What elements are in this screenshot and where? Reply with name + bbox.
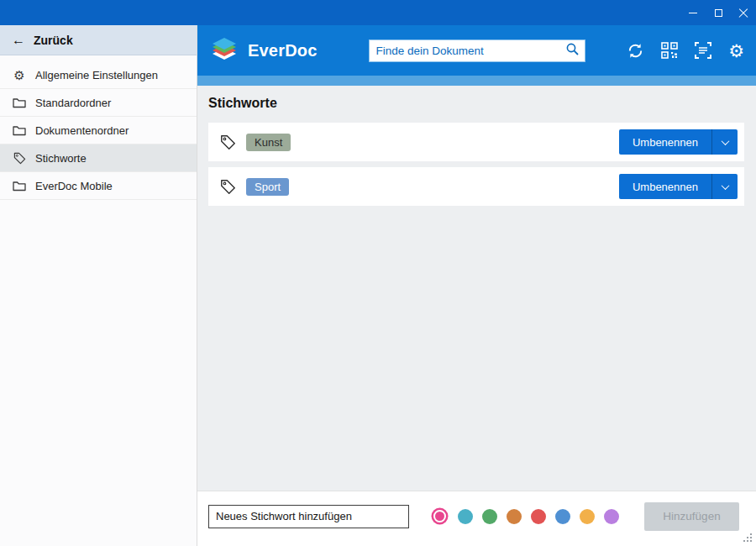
tag-row-sport: Sport Umbenennen [208, 167, 744, 206]
minimize-icon [689, 13, 697, 13]
page-title: Stichworte [208, 96, 744, 111]
back-arrow-icon: ← [12, 33, 25, 48]
color-swatch-teal[interactable] [458, 509, 473, 524]
color-swatch-blue[interactable] [555, 509, 570, 524]
maximize-button[interactable] [706, 0, 731, 25]
color-swatch-amber[interactable] [580, 509, 595, 524]
brand: EverDoc [209, 36, 369, 65]
scan-icon[interactable] [694, 41, 712, 60]
back-label: Zurück [34, 34, 73, 47]
sidebar-item-dokumentenordner[interactable]: Dokumentenordner [0, 117, 197, 144]
sidebar-item-everdoc-mobile[interactable]: EverDoc Mobile [0, 172, 197, 200]
sidebar-item-stichworte[interactable]: Stichworte [0, 144, 197, 172]
header-accent-strip [197, 76, 756, 86]
rename-dropdown-toggle[interactable] [712, 129, 738, 155]
rename-dropdown-toggle[interactable] [712, 174, 738, 199]
search-icon[interactable] [565, 42, 580, 60]
rename-button-label: Umbenennen [619, 136, 711, 149]
tag-icon [220, 134, 236, 150]
qr-code-icon[interactable] [661, 42, 678, 59]
app-header: EverDoc [197, 25, 756, 76]
sidebar-item-label: Standardordner [35, 97, 111, 109]
sidebar-item-label: Dokumentenordner [35, 124, 129, 137]
main-panel: EverDoc [197, 25, 756, 546]
sidebar-menu: ⚙ Allgemeine Einstellungen Standardordne… [0, 61, 197, 200]
header-toolbar: ⚙ [585, 41, 745, 60]
new-tag-input[interactable] [208, 505, 409, 528]
rename-button[interactable]: Umbenennen [619, 129, 738, 155]
app-window: ← Zurück ⚙ Allgemeine Einstellungen Stan… [0, 0, 756, 546]
tag-badge: Kunst [246, 134, 291, 151]
titlebar[interactable] [0, 0, 756, 25]
search-input[interactable] [376, 45, 565, 57]
settings-icon[interactable]: ⚙ [728, 42, 744, 60]
color-swatch-pink[interactable] [433, 510, 446, 522]
sidebar-item-standardordner[interactable]: Standardordner [0, 89, 197, 117]
content-area: Stichworte Kunst Umbenennen Sport [197, 86, 756, 491]
sync-icon[interactable] [626, 41, 645, 60]
close-button[interactable] [731, 0, 756, 25]
tag-row-kunst: Kunst Umbenennen [208, 123, 744, 161]
folder-icon [12, 180, 27, 192]
back-button[interactable]: ← Zurück [0, 25, 197, 55]
sidebar-item-allgemeine-einstellungen[interactable]: ⚙ Allgemeine Einstellungen [0, 61, 197, 89]
color-swatch-purple[interactable] [604, 509, 619, 524]
app-name: EverDoc [248, 41, 318, 60]
tag-icon [220, 179, 236, 195]
rename-button[interactable]: Umbenennen [619, 174, 738, 199]
color-swatches [431, 509, 619, 524]
tag-badge: Sport [246, 178, 289, 196]
sidebar-item-label: Stichworte [35, 152, 87, 165]
maximize-icon [715, 9, 722, 17]
chevron-down-icon [721, 181, 729, 190]
rename-button-label: Umbenennen [619, 181, 711, 193]
sidebar-item-label: EverDoc Mobile [35, 180, 113, 192]
search-box [369, 39, 585, 62]
folder-icon [12, 97, 27, 108]
minimize-button[interactable] [680, 0, 706, 25]
color-swatch-red[interactable] [531, 509, 546, 524]
color-swatch-green[interactable] [482, 509, 497, 524]
gear-icon: ⚙ [12, 69, 27, 81]
close-icon [738, 8, 748, 18]
sidebar-item-label: Allgemeine Einstellungen [35, 69, 158, 81]
chevron-down-icon [721, 137, 729, 145]
color-swatch-orange[interactable] [507, 509, 522, 524]
tag-icon [12, 152, 27, 165]
everdoc-logo-icon [209, 36, 239, 65]
resize-grip[interactable] [743, 533, 753, 543]
new-tag-footer: Hinzufügen [197, 491, 756, 546]
add-tag-button[interactable]: Hinzufügen [644, 502, 739, 531]
folder-icon [12, 124, 27, 136]
sidebar: ← Zurück ⚙ Allgemeine Einstellungen Stan… [0, 25, 197, 546]
window-controls [680, 0, 756, 25]
